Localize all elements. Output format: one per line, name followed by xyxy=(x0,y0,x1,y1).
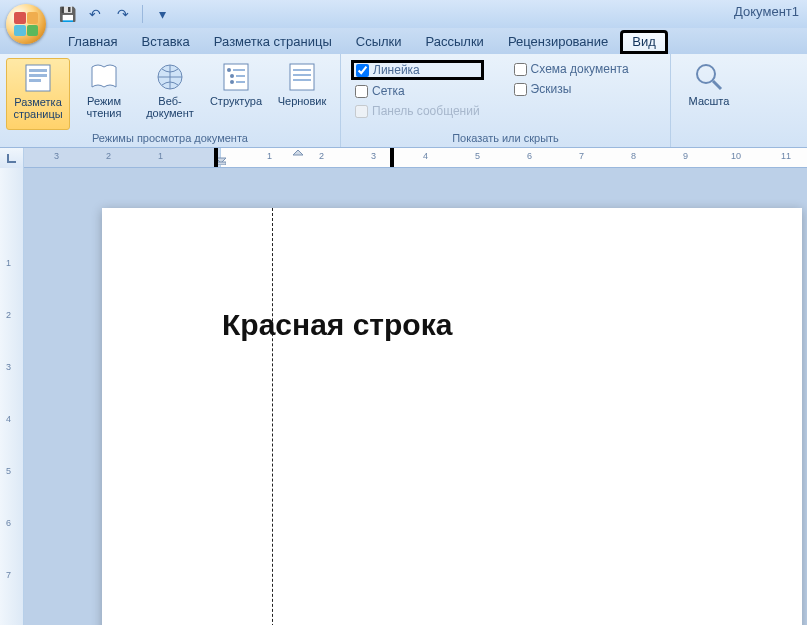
svg-point-10 xyxy=(230,80,234,84)
first-line-indent-marker[interactable] xyxy=(293,149,303,165)
thumbnails-checkbox-label: Эскизы xyxy=(531,82,572,96)
group-document-views: Разметка страницы Режим чтения Веб-докум… xyxy=(0,54,341,147)
indent-guide-line xyxy=(272,208,273,625)
group-zoom-label xyxy=(677,130,741,145)
ruler-tick: 10 xyxy=(731,151,741,161)
print-layout-label: Разметка страницы xyxy=(13,96,62,120)
gridlines-checkbox-row[interactable]: Сетка xyxy=(351,82,484,100)
reading-label: Режим чтения xyxy=(87,95,122,119)
svg-marker-20 xyxy=(293,150,303,155)
svg-rect-3 xyxy=(29,79,41,82)
tab-selector[interactable] xyxy=(0,148,24,168)
redo-button[interactable]: ↷ xyxy=(112,3,134,25)
message-bar-checkbox-label: Панель сообщений xyxy=(372,104,480,118)
svg-rect-11 xyxy=(236,81,245,83)
reading-icon xyxy=(88,61,120,93)
office-button[interactable] xyxy=(6,4,46,44)
vertical-ruler[interactable]: 1 2 3 4 5 6 7 xyxy=(0,168,24,625)
undo-icon: ↶ xyxy=(89,6,101,22)
ruler-tick: 9 xyxy=(683,151,688,161)
ruler-tick: 5 xyxy=(475,151,480,161)
redo-icon: ↷ xyxy=(117,6,129,22)
vruler-tick: 4 xyxy=(6,414,11,424)
tab-insert[interactable]: Вставка xyxy=(129,30,201,54)
tab-references[interactable]: Ссылки xyxy=(344,30,414,54)
save-icon: 💾 xyxy=(59,6,76,22)
vruler-tick: 3 xyxy=(6,362,11,372)
horizontal-ruler[interactable]: 3 2 1 1 2 3 4 5 6 7 8 9 10 11 12 13 14 xyxy=(24,148,807,167)
save-button[interactable]: 💾 xyxy=(56,3,78,25)
svg-rect-7 xyxy=(233,69,245,71)
group-zoom: Масшта xyxy=(671,54,747,147)
svg-rect-0 xyxy=(26,65,50,91)
document-map-checkbox-label: Схема документа xyxy=(531,62,629,76)
workspace: 1 2 3 4 5 6 7 Красная строка xyxy=(0,168,807,625)
document-text[interactable]: Красная строка xyxy=(222,308,452,342)
document-map-checkbox-row[interactable]: Схема документа xyxy=(510,60,633,78)
tab-page-layout[interactable]: Разметка страницы xyxy=(202,30,344,54)
draft-label: Черновик xyxy=(278,95,327,107)
draft-icon xyxy=(286,61,318,93)
tab-review[interactable]: Рецензирование xyxy=(496,30,620,54)
ribbon: Разметка страницы Режим чтения Веб-докум… xyxy=(0,54,807,148)
thumbnails-checkbox-row[interactable]: Эскизы xyxy=(510,80,633,98)
ruler-tick: 4 xyxy=(423,151,428,161)
zoom-button[interactable]: Масшта xyxy=(677,58,741,130)
svg-point-8 xyxy=(230,74,234,78)
left-indent-marker[interactable] xyxy=(216,149,226,165)
svg-rect-2 xyxy=(29,74,47,77)
tab-mailings[interactable]: Рассылки xyxy=(414,30,496,54)
group-show-hide-label: Показать или скрыть xyxy=(347,130,664,145)
reading-layout-button[interactable]: Режим чтения xyxy=(72,58,136,130)
tab-home[interactable]: Главная xyxy=(56,30,129,54)
ruler-row: 3 2 1 1 2 3 4 5 6 7 8 9 10 11 12 13 14 xyxy=(0,148,807,168)
page[interactable]: Красная строка xyxy=(102,208,802,625)
ruler-checkbox[interactable] xyxy=(356,64,369,77)
svg-rect-12 xyxy=(290,64,314,90)
document-title: Документ1 xyxy=(734,4,799,19)
print-layout-icon xyxy=(22,62,54,94)
ruler-tick: 1 xyxy=(158,151,163,161)
title-bar: 💾 ↶ ↷ ▾ Документ1 xyxy=(0,0,807,28)
qat-separator xyxy=(142,5,143,23)
svg-rect-15 xyxy=(293,79,311,81)
outline-button[interactable]: Структура xyxy=(204,58,268,130)
ruler-tick: 1 xyxy=(267,151,272,161)
tab-view[interactable]: Вид xyxy=(620,30,668,54)
ruler-tick: 6 xyxy=(527,151,532,161)
svg-rect-14 xyxy=(293,74,311,76)
svg-rect-13 xyxy=(293,69,311,71)
outline-label: Структура xyxy=(210,95,262,107)
undo-button[interactable]: ↶ xyxy=(84,3,106,25)
svg-point-6 xyxy=(227,68,231,72)
ruler-tick: 2 xyxy=(106,151,111,161)
quick-access-toolbar: 💾 ↶ ↷ ▾ xyxy=(56,0,173,28)
zoom-label: Масшта xyxy=(689,95,730,107)
office-logo-icon xyxy=(14,12,38,36)
web-layout-button[interactable]: Веб-документ xyxy=(138,58,202,130)
vruler-tick: 5 xyxy=(6,466,11,476)
thumbnails-checkbox[interactable] xyxy=(514,83,527,96)
svg-rect-19 xyxy=(216,162,226,165)
tab-stop-icon xyxy=(6,152,18,164)
ruler-tick: 7 xyxy=(579,151,584,161)
outline-icon xyxy=(220,61,252,93)
vruler-tick: 1 xyxy=(6,258,11,268)
document-map-checkbox[interactable] xyxy=(514,63,527,76)
draft-button[interactable]: Черновик xyxy=(270,58,334,130)
group-show-hide: Линейка Сетка Панель сообщений Схема док… xyxy=(341,54,671,147)
document-area[interactable]: Красная строка xyxy=(24,168,807,625)
vruler-tick: 6 xyxy=(6,518,11,528)
ruler-tick: 8 xyxy=(631,151,636,161)
ruler-checkbox-row[interactable]: Линейка xyxy=(351,60,484,80)
message-bar-checkbox-row[interactable]: Панель сообщений xyxy=(351,102,484,120)
ribbon-tabs: Главная Вставка Разметка страницы Ссылки… xyxy=(0,28,807,54)
vruler-tick: 2 xyxy=(6,310,11,320)
vruler-tick: 7 xyxy=(6,570,11,580)
print-layout-button[interactable]: Разметка страницы xyxy=(6,58,70,130)
chevron-down-icon: ▾ xyxy=(159,6,166,22)
qat-customize-button[interactable]: ▾ xyxy=(151,3,173,25)
gridlines-checkbox[interactable] xyxy=(355,85,368,98)
ruler-tick: 11 xyxy=(781,151,791,161)
message-bar-checkbox[interactable] xyxy=(355,105,368,118)
